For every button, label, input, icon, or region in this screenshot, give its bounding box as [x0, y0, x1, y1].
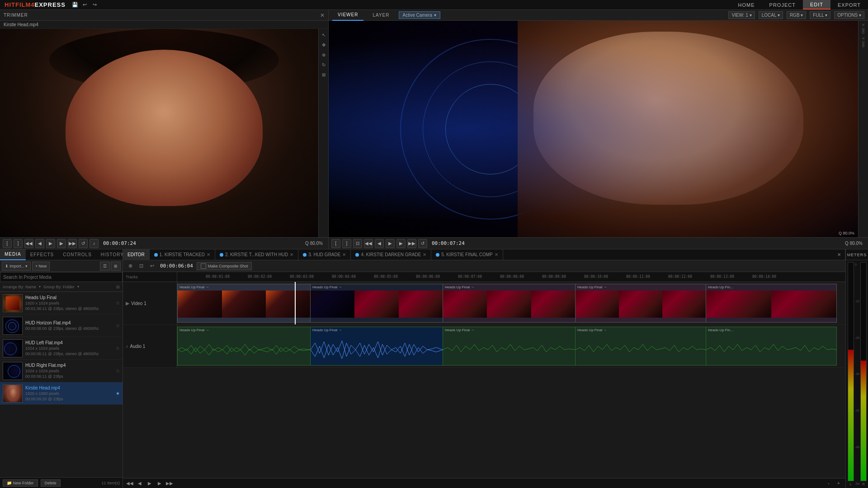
tab-controls[interactable]: CONTROLS [58, 249, 96, 260]
full-select[interactable]: FULL ▾ [810, 11, 830, 19]
timeline-ctrl-zoom-out[interactable]: - [825, 479, 833, 488]
trim-tool-rotate[interactable]: ↻ [320, 61, 328, 69]
grid-view-button[interactable]: ⊞ [111, 262, 121, 271]
audio-clip-3[interactable]: Heads Up Final → [443, 327, 576, 366]
timeline-ctrl-beginning[interactable]: ◀◀ [126, 479, 134, 488]
trim-btn-play[interactable]: ▶ [46, 239, 55, 248]
trim-tool-move[interactable]: ✥ [320, 41, 328, 49]
group-chevron[interactable]: ▾ [77, 285, 79, 289]
media-star-kirstie[interactable]: ★ [116, 391, 120, 396]
tab-kirstie-darken[interactable]: 4. KIRSTIE DARKEN GRADE ✕ [351, 249, 431, 260]
trim-btn-mark-in[interactable]: [ [3, 239, 12, 248]
thumb-video-2a [311, 291, 354, 318]
local-select[interactable]: LOCAL ▾ [759, 11, 783, 19]
composite-checkbox[interactable] [201, 263, 206, 269]
tab-close-3[interactable]: ✕ [342, 252, 346, 257]
viewer-btn-snap[interactable]: ⊡ [353, 239, 362, 248]
trim-tool-pointer[interactable]: ↖ [320, 31, 328, 39]
viewer-btn-loop[interactable]: ↺ [418, 239, 427, 248]
media-star-hud-left[interactable]: ☆ [116, 346, 120, 351]
video-clip-1[interactable]: Heads Up Final → [177, 284, 311, 323]
editor-btn-undo[interactable]: ↩ [147, 262, 156, 271]
video-clip-4[interactable]: Heads Up Final → [575, 284, 706, 323]
nav-project[interactable]: PROJECT [762, 0, 803, 9]
new-button[interactable]: + New [32, 262, 50, 271]
trim-tool-resize[interactable]: ⊕ [320, 51, 328, 59]
sort-options[interactable]: ⊟ [116, 285, 120, 289]
viewer-btn-prev[interactable]: ◀ [375, 239, 384, 248]
rgb-select[interactable]: RGB ▾ [787, 11, 806, 19]
new-folder-button[interactable]: 📁 New Folder [3, 479, 38, 487]
editor-btn-add-track[interactable]: ⊕ [126, 262, 135, 271]
nav-export[interactable]: EXPORT [830, 0, 868, 9]
search-input[interactable] [3, 272, 119, 282]
trimmer-close-button[interactable]: ✕ [320, 12, 325, 19]
media-item-hud-right[interactable]: HUD Right Flat.mp4 1024 x 1024 pixels 00… [0, 360, 123, 382]
tab-close-4[interactable]: ✕ [423, 252, 426, 257]
media-item-heads-up[interactable]: Heads Up Final 1920 x 1024 pixels 00:01:… [0, 292, 123, 314]
nav-home[interactable]: HOME [731, 0, 762, 9]
timeline-ctrl-end[interactable]: ▶▶ [165, 479, 174, 488]
arrange-chevron[interactable]: ▾ [39, 285, 41, 289]
audio-clip-5[interactable]: Heads Up Fin... [706, 327, 837, 366]
tab-kirstie-hud[interactable]: 2. KIRSTIE T...KED WITH HUD ✕ [215, 249, 298, 260]
view-select[interactable]: VIEW: 1 ▾ [728, 11, 755, 19]
viewer-btn-mark-out[interactable]: ] [342, 239, 351, 248]
trim-btn-loop[interactable]: ↺ [79, 239, 88, 248]
viewer-btn-next[interactable]: ▶ [396, 239, 406, 248]
tab-close-2[interactable]: ✕ [290, 252, 293, 257]
trim-tool-extra[interactable]: ⊞ [320, 70, 328, 79]
tab-close-5[interactable]: ✕ [495, 252, 498, 257]
tab-close-1[interactable]: ✕ [207, 252, 210, 257]
tab-close-all[interactable]: ✕ [835, 249, 845, 260]
viewer-btn-play[interactable]: ▶ [386, 239, 395, 248]
trim-btn-step-fwd[interactable]: ▶▶ [68, 239, 77, 248]
composite-shot-button[interactable]: Make Composite Shot [197, 262, 252, 270]
media-star-heads-up[interactable]: ☆ [116, 300, 120, 305]
media-star-hud-right[interactable]: ☆ [116, 368, 120, 373]
tab-effects[interactable]: EFFECTS [26, 249, 59, 260]
tab-hud-grade[interactable]: 3. HUD GRADE ✕ [298, 249, 351, 260]
timeline-ctrl-zoom-in[interactable]: + [835, 479, 843, 488]
video-clip-3[interactable]: Heads Up Final → [443, 284, 576, 323]
nav-save-icon[interactable]: 💾 [70, 0, 80, 10]
timeline-ctrl-next[interactable]: ▶ [156, 479, 164, 488]
meters-body: L 0 -12 -24 -34 -42 -48 -54 R [846, 260, 868, 488]
audio-clip-4[interactable]: Heads Up Final → [575, 327, 706, 366]
nav-redo-icon[interactable]: ↪ [90, 0, 100, 10]
trim-btn-step-back[interactable]: ◀◀ [24, 239, 33, 248]
timeline-ctrl-play[interactable]: ▶ [146, 479, 154, 488]
trim-btn-prev-frame[interactable]: ◀ [35, 239, 44, 248]
tab-kirstie-final[interactable]: 5. KIRSTIE FINAL COMP ✕ [431, 249, 503, 260]
video-clip-2[interactable]: Heads Up Final → [310, 284, 443, 323]
media-item-hud-left[interactable]: HUD Left Flat.mp4 1024 x 1024 pixels 00:… [0, 337, 123, 360]
tab-viewer[interactable]: VIEWER [332, 10, 363, 21]
list-view-button[interactable]: ☰ [100, 262, 110, 271]
tab-kirstie-tracked[interactable]: 1. KIRSTIE TRACKED ✕ [150, 249, 215, 260]
video-clip-5[interactable]: Heads Up Fin... [706, 284, 837, 323]
media-item-hud-horizon[interactable]: HUD Horizon Flat.mp4 00:00:08:00 @ 23fps… [0, 314, 123, 337]
timeline-controls: ◀◀ ◀ ▶ ▶ ▶▶ - + [123, 478, 845, 488]
nav-undo-icon[interactable]: ↩ [80, 0, 90, 10]
delete-button[interactable]: Delete [41, 479, 61, 487]
editor-btn-snap[interactable]: ⊡ [137, 262, 146, 271]
trim-btn-mark-out[interactable]: ] [14, 239, 23, 248]
viewer-btn-mark-in[interactable]: [ [331, 239, 340, 248]
trim-btn-next-frame[interactable]: ▶ [57, 239, 66, 248]
import-button[interactable]: ⬇ Import... ▾ [2, 262, 31, 271]
media-star-hud-horizon[interactable]: ☆ [116, 323, 120, 328]
audio-clip-2[interactable]: Heads Up Final → [310, 327, 443, 366]
options-select[interactable]: OPTIONS ▾ [834, 11, 864, 19]
audio-clip-1[interactable]: Heads Up Final → [177, 327, 311, 366]
timeline-ctrl-prev[interactable]: ◀ [136, 479, 144, 488]
viewer-timecode: 00:00:07:24 [429, 240, 467, 246]
tab-layer[interactable]: LAYER [367, 10, 395, 21]
viewer-btn-step-fwd[interactable]: ▶▶ [407, 239, 416, 248]
tab-media[interactable]: MEDIA [0, 249, 26, 260]
tab-editor[interactable]: EDITOR [123, 249, 150, 260]
viewer-btn-step-back[interactable]: ◀◀ [364, 239, 373, 248]
media-item-kirstie[interactable]: Kirstie Head.mp4 868 x 488 pixels 00:0… [0, 382, 123, 405]
trim-btn-audio[interactable]: ♪ [90, 239, 99, 248]
nav-edit[interactable]: EDIT [803, 0, 830, 9]
active-camera-button[interactable]: Active Camera ▾ [399, 11, 441, 19]
